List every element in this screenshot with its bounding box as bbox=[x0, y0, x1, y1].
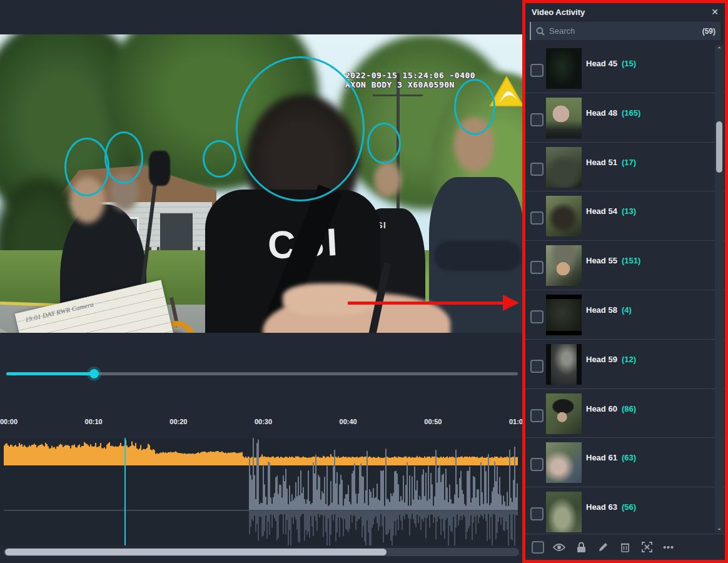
list-item[interactable]: Head 63(56) bbox=[525, 487, 725, 534]
list-item[interactable]: Head 45(15) bbox=[525, 44, 725, 93]
video-person-silhouette bbox=[434, 241, 522, 271]
annotation-arrow bbox=[348, 302, 505, 305]
seek-bar[interactable] bbox=[6, 372, 518, 375]
lock-icon[interactable] bbox=[574, 540, 588, 554]
item-label-row: Head 45(15) bbox=[586, 59, 636, 68]
close-icon[interactable]: ✕ bbox=[711, 8, 719, 16]
waveform-canvas bbox=[0, 438, 523, 545]
ruler-tick-label: 00:10 bbox=[85, 418, 103, 425]
item-label-row: Head 59(12) bbox=[586, 355, 636, 364]
timeline-horizontal-scrollbar[interactable] bbox=[4, 548, 519, 556]
face-detection-ellipse[interactable] bbox=[236, 56, 365, 201]
item-checkbox[interactable] bbox=[530, 211, 543, 225]
ruler-tick-label: 00:30 bbox=[255, 418, 272, 425]
item-count: (151) bbox=[622, 256, 640, 265]
search-bar[interactable]: (59) bbox=[530, 22, 720, 40]
panel-vertical-scrollbar[interactable]: ⌃ ⌄ bbox=[715, 45, 724, 532]
item-thumbnail bbox=[546, 492, 582, 532]
seek-bar-handle[interactable] bbox=[89, 369, 99, 378]
item-label-row: Head 63(56) bbox=[586, 502, 636, 512]
timeline-ruler[interactable]: 00:0000:1000:2000:3000:4000:5001:00 bbox=[0, 413, 524, 438]
item-label-row: Head 51(17) bbox=[586, 158, 636, 167]
list-item[interactable]: Head 48(165) bbox=[525, 93, 725, 143]
item-count: (86) bbox=[622, 404, 636, 413]
video-art-utility-pole bbox=[373, 94, 423, 96]
item-count: (17) bbox=[622, 158, 636, 167]
item-thumbnail bbox=[546, 442, 582, 483]
item-count: (15) bbox=[622, 59, 636, 68]
activity-rows: Head 45(15) Head 48(165) Head 51(17) Hea… bbox=[525, 44, 725, 534]
item-checkbox[interactable] bbox=[530, 458, 543, 471]
item-thumbnail bbox=[546, 295, 582, 335]
item-label: Head 61 bbox=[586, 453, 617, 462]
item-thumbnail bbox=[546, 245, 582, 286]
edit-icon[interactable] bbox=[596, 540, 610, 554]
list-item[interactable]: Head 55(151) bbox=[525, 241, 725, 290]
item-count: (13) bbox=[622, 206, 636, 216]
list-item[interactable]: Head 58(4) bbox=[525, 290, 725, 340]
scroll-up-icon[interactable]: ⌃ bbox=[715, 46, 724, 53]
item-label: Head 55 bbox=[586, 256, 617, 265]
item-checkbox[interactable] bbox=[530, 507, 543, 520]
ruler-tick-label: 00:20 bbox=[169, 418, 187, 425]
visibility-icon[interactable] bbox=[552, 540, 566, 554]
waveform-zone[interactable] bbox=[0, 438, 524, 545]
item-count: (63) bbox=[622, 453, 636, 462]
expand-icon[interactable] bbox=[640, 540, 654, 554]
item-checkbox[interactable] bbox=[530, 64, 543, 77]
item-thumbnail bbox=[546, 147, 582, 188]
item-label: Head 58 bbox=[586, 305, 617, 315]
activity-list: Head 45(15) Head 48(165) Head 51(17) Hea… bbox=[525, 44, 725, 534]
item-count: (165) bbox=[622, 108, 640, 118]
item-count: (4) bbox=[622, 305, 632, 315]
item-checkbox[interactable] bbox=[530, 113, 543, 126]
item-thumbnail bbox=[546, 393, 582, 434]
select-all-checkbox[interactable] bbox=[532, 541, 544, 554]
item-label-row: Head 60(86) bbox=[586, 404, 636, 413]
panel-scrollbar-thumb[interactable] bbox=[716, 121, 722, 173]
item-label: Head 54 bbox=[586, 206, 617, 216]
item-checkbox[interactable] bbox=[530, 409, 543, 422]
face-detection-ellipse[interactable] bbox=[454, 79, 495, 135]
panel-title: Video Activity bbox=[532, 8, 711, 17]
more-icon[interactable]: ••• bbox=[662, 540, 675, 554]
video-frame[interactable]: CSI CSI 19:01 DAY RWR Camera 2022-09-15 … bbox=[0, 34, 524, 333]
item-thumbnail bbox=[546, 344, 582, 385]
video-activity-panel: Video Activity ✕ (59) Head 45(15) Head 4… bbox=[522, 0, 728, 563]
playhead-line[interactable] bbox=[124, 438, 126, 545]
item-thumbnail bbox=[546, 98, 582, 138]
item-checkbox[interactable] bbox=[530, 261, 543, 274]
timeline-scrollbar-thumb[interactable] bbox=[5, 549, 387, 555]
item-label: Head 60 bbox=[586, 404, 617, 413]
item-checkbox[interactable] bbox=[530, 163, 543, 176]
item-thumbnail bbox=[546, 196, 582, 236]
item-label: Head 59 bbox=[586, 355, 617, 364]
panel-toolbar: ••• bbox=[525, 534, 725, 560]
list-item[interactable]: Head 54(13) bbox=[525, 191, 725, 241]
scroll-down-icon[interactable]: ⌄ bbox=[715, 525, 724, 531]
ruler-tick-label: 00:50 bbox=[424, 418, 442, 425]
item-count: (56) bbox=[622, 502, 636, 512]
search-icon bbox=[536, 27, 545, 36]
list-item[interactable]: Head 60(86) bbox=[525, 389, 725, 439]
list-item[interactable]: Head 51(17) bbox=[525, 143, 725, 192]
face-detection-ellipse[interactable] bbox=[104, 131, 143, 184]
seek-bar-fill bbox=[6, 372, 94, 375]
item-label: Head 45 bbox=[586, 59, 617, 68]
app-window: CSI CSI 19:01 DAY RWR Camera 2022-09-15 … bbox=[0, 0, 728, 563]
search-result-count: (59) bbox=[702, 27, 715, 36]
item-checkbox[interactable] bbox=[530, 310, 543, 323]
delete-icon[interactable] bbox=[618, 540, 632, 554]
search-input[interactable] bbox=[549, 26, 702, 36]
face-detection-ellipse[interactable] bbox=[64, 138, 109, 196]
ruler-tick-label: 00:00 bbox=[0, 418, 18, 425]
list-item[interactable]: Head 59(12) bbox=[525, 340, 725, 389]
panel-header: Video Activity ✕ bbox=[525, 3, 725, 21]
item-thumbnail bbox=[546, 48, 582, 89]
ruler-tick-label: 00:40 bbox=[340, 418, 357, 425]
list-item[interactable]: Head 61(63) bbox=[525, 438, 725, 487]
item-label-row: Head 54(13) bbox=[586, 206, 636, 216]
face-detection-ellipse[interactable] bbox=[203, 140, 236, 178]
face-detection-ellipse[interactable] bbox=[367, 123, 401, 164]
item-checkbox[interactable] bbox=[530, 360, 543, 373]
